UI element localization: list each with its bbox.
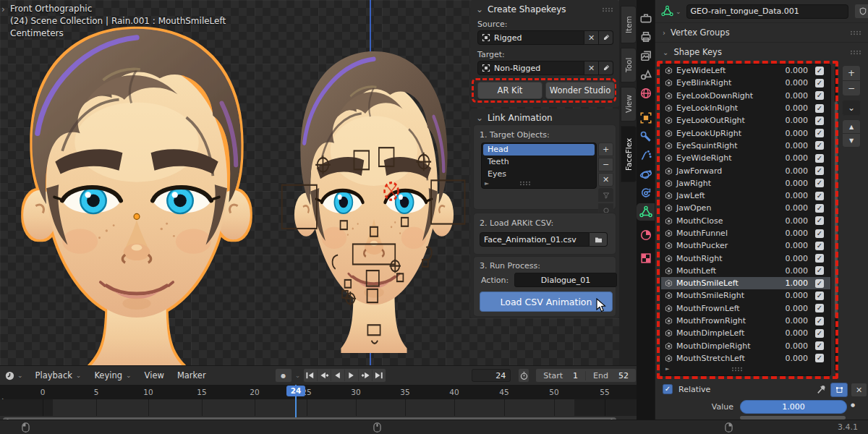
datablock-breadcrumb: ⌄ GEO-rain_tongue_Data.001: [661, 4, 868, 19]
sidebar-tab-view[interactable]: View: [621, 87, 637, 122]
frame-tick-35: 35: [400, 388, 409, 396]
properties-tab-material[interactable]: [639, 229, 652, 242]
chevron-down-icon[interactable]: ⌄: [295, 372, 301, 379]
sidebar-tab-tool[interactable]: Tool: [621, 48, 637, 82]
source-label: Source:: [477, 20, 508, 29]
menu-marker[interactable]: Marker: [171, 368, 213, 383]
move-shape-key-down-button[interactable]: ▼: [842, 133, 861, 148]
target-object-field[interactable]: Non-Rigged: [477, 61, 584, 75]
expand-icon[interactable]: ►: [485, 180, 489, 187]
mesh-data-icon[interactable]: [661, 5, 673, 17]
sidebar-tab-faceflex[interactable]: FaceFlex: [621, 126, 637, 182]
load-csv-animation-button[interactable]: Load CSV Animation: [480, 292, 613, 312]
target-objects-list[interactable]: HeadTeethEyes ►: [481, 142, 597, 189]
properties-tab-scene[interactable]: [639, 68, 652, 81]
editor-type-button[interactable]: ⌄: [4, 370, 23, 381]
remove-shape-key-button[interactable]: −: [842, 80, 861, 96]
auto-keying-button[interactable]: ●: [275, 368, 292, 383]
source-object-field[interactable]: Rigged: [477, 30, 584, 45]
fake-user-shield-button[interactable]: [854, 4, 868, 19]
panel-grip[interactable]: [850, 30, 861, 35]
filter-button[interactable]: [598, 188, 613, 202]
jump-end-button[interactable]: [372, 370, 386, 381]
shape-key-specials-button[interactable]: ⌄: [842, 100, 861, 116]
gridline: [96, 399, 97, 416]
animate-property-dot[interactable]: ●: [851, 402, 855, 408]
panel-grip[interactable]: [850, 50, 861, 55]
link-animation-title: Link Animation: [488, 113, 553, 123]
character-head-right[interactable]: [281, 42, 467, 353]
next-keyframe-button[interactable]: [358, 370, 372, 381]
clear-shape-keys-button[interactable]: ✕: [851, 383, 867, 397]
pin-icon[interactable]: [816, 384, 827, 395]
play-reverse-button[interactable]: [331, 370, 344, 381]
add-target-button[interactable]: +: [598, 142, 613, 156]
properties-tab-output[interactable]: [639, 30, 652, 43]
load-csv-animation-label: Load CSV Animation: [501, 297, 592, 307]
vertex-groups-panel-header[interactable]: › Vertex Groups: [655, 24, 868, 41]
current-frame-field[interactable]: 24: [472, 369, 511, 382]
close-icon: ✕: [588, 64, 595, 73]
shape-keys-panel-header[interactable]: ⌄ Shape Keys: [655, 43, 868, 61]
timeline-track-area[interactable]: [0, 399, 637, 416]
target-object-row-head[interactable]: Head: [483, 144, 595, 156]
properties-tab-physics[interactable]: [639, 168, 652, 181]
properties-tab-view-layer[interactable]: [639, 49, 652, 62]
start-frame-field[interactable]: Start 1: [536, 371, 586, 380]
gridline: [554, 399, 555, 416]
character-head-left[interactable]: [4, 18, 270, 365]
end-frame-field[interactable]: End 52: [586, 371, 636, 380]
folder-icon: [594, 235, 603, 244]
action-field[interactable]: Dialogue_01: [514, 273, 617, 287]
current-frame-badge[interactable]: 24: [286, 386, 305, 396]
frame-tick-10: 10: [143, 388, 153, 396]
value-slider[interactable]: 1.000: [740, 400, 847, 414]
menu-keying[interactable]: Keying⌄: [88, 368, 137, 383]
menu-view[interactable]: View: [138, 368, 171, 383]
properties-tab-modifiers[interactable]: [639, 130, 652, 143]
toolbar-expand-arrow-icon[interactable]: ›: [1, 4, 5, 14]
menu-playback[interactable]: Playback⌄: [29, 368, 88, 383]
target-eyedropper-button[interactable]: [599, 61, 613, 75]
jump-start-button[interactable]: [304, 370, 317, 381]
chevron-down-icon: ⌄: [663, 48, 668, 56]
remove-target-button[interactable]: −: [598, 158, 613, 171]
arkit-button[interactable]: AR Kit: [477, 82, 542, 99]
properties-tab-world[interactable]: [639, 87, 652, 100]
preview-range-button[interactable]: [518, 368, 529, 383]
target-object-row-teeth[interactable]: Teeth: [483, 156, 595, 168]
properties-tab-texture[interactable]: [639, 252, 652, 265]
add-shape-key-button[interactable]: +: [842, 65, 861, 81]
object-origin-dot: [134, 213, 140, 219]
properties-tab-object[interactable]: [639, 111, 652, 124]
create-shapekeys-header[interactable]: ⌄ Create Shapekeys: [470, 0, 619, 17]
clear-source-button[interactable]: ✕: [584, 30, 599, 45]
properties-tab-tool[interactable]: [639, 12, 652, 25]
properties-tab-particles[interactable]: [639, 149, 652, 162]
prev-keyframe-button[interactable]: [317, 370, 331, 381]
source-eyedropper-button[interactable]: [599, 30, 613, 45]
shape-key-edit-mode-button[interactable]: [830, 383, 848, 397]
run-process-label: 3. Run Process:: [480, 261, 540, 271]
properties-tab-object-data[interactable]: [639, 205, 652, 218]
datablock-name-field[interactable]: GEO-rain_tongue_Data.001: [686, 4, 848, 19]
play-button[interactable]: [344, 370, 358, 381]
object-icon: [639, 111, 652, 124]
clear-target-button[interactable]: ✕: [584, 61, 599, 75]
properties-tab-constraints[interactable]: [639, 187, 652, 200]
chevron-down-icon[interactable]: ⌄: [676, 8, 681, 15]
sidebar-tab-item[interactable]: Item: [621, 6, 637, 43]
link-animation-header[interactable]: ⌄ Link Animation: [470, 109, 619, 126]
current-frame-value: 24: [495, 371, 506, 380]
wonder-studio-button[interactable]: Wonder Studio: [545, 82, 615, 99]
csv-file-field[interactable]: Face_Animation_01.csv: [480, 232, 590, 247]
list-resize-grip[interactable]: [519, 181, 531, 186]
timeline-ruler[interactable]: 0510152025303540455055: [0, 385, 637, 399]
clear-targets-button[interactable]: ✕: [598, 173, 613, 187]
browse-file-button[interactable]: [590, 232, 608, 247]
target-object-row-eyes[interactable]: Eyes: [483, 169, 595, 180]
start-label: Start: [543, 371, 563, 380]
panel-grip[interactable]: [602, 7, 613, 12]
move-shape-key-up-button[interactable]: ▲: [842, 119, 861, 134]
relative-checkbox[interactable]: ✓: [663, 384, 673, 394]
